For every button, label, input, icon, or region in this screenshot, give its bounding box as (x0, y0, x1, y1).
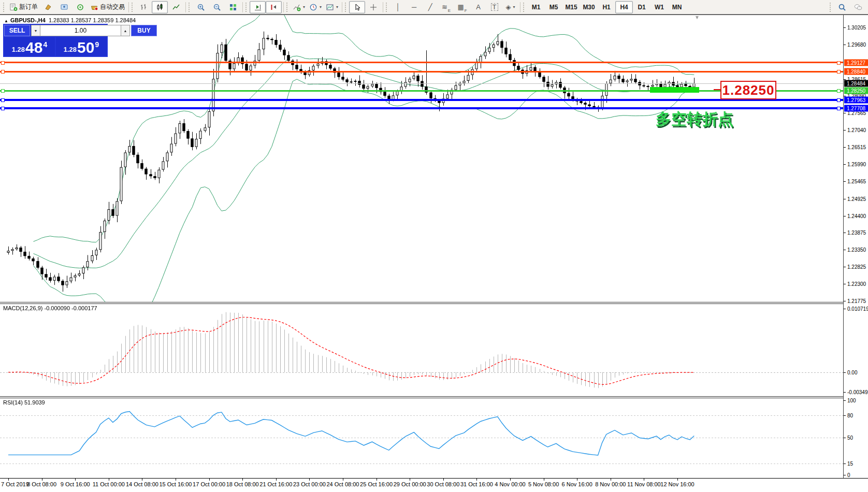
rsi-pane-canvas[interactable] (0, 398, 843, 478)
cursor-group (344, 1, 381, 13)
support-line-2-right-handle[interactable] (837, 107, 841, 110)
sell-button[interactable]: SELL (4, 25, 30, 36)
candlestick-button[interactable] (152, 1, 168, 13)
toolbar-grip[interactable] (386, 3, 388, 12)
volume-down-button[interactable]: ▼ (31, 25, 40, 36)
support-line-1[interactable] (0, 99, 843, 101)
resistance-line-2-right-handle[interactable] (837, 70, 841, 74)
toolbar-grip[interactable] (345, 3, 347, 12)
trendline-button[interactable]: ╱ (422, 1, 438, 13)
toolbar-grip[interactable] (132, 3, 134, 12)
resistance-line-2[interactable] (0, 71, 843, 73)
time-axis-label: 8 Nov 00:00 (595, 481, 626, 487)
chevron-down-icon[interactable]: ▾ (336, 5, 338, 9)
price-tick-label: 1.23350 (847, 247, 866, 253)
navigator-button[interactable] (72, 1, 88, 13)
price-tick-mark (844, 250, 846, 250)
volume-input[interactable] (40, 25, 121, 36)
chat-button[interactable] (850, 1, 866, 13)
support-line-2-left-handle[interactable] (1, 107, 5, 110)
equidistant-channel-button[interactable]: ≋E (438, 1, 454, 13)
volume-up-button[interactable]: ▲ (121, 25, 130, 36)
chevron-down-icon[interactable]: ▾ (320, 5, 322, 9)
timeframe-m5-button[interactable]: M5 (545, 1, 562, 13)
resistance-line-1[interactable] (0, 62, 843, 63)
timeframe-h4-button[interactable]: H4 (615, 1, 633, 13)
periods-button[interactable]: ▾ (307, 1, 324, 13)
arrows-button[interactable]: ◈▾ (502, 1, 518, 13)
crosshair-button[interactable] (365, 1, 381, 13)
support-line-1-right-handle[interactable] (837, 98, 841, 102)
profiles-button[interactable] (56, 1, 72, 13)
charts-button[interactable] (40, 1, 56, 13)
zoom-in-button[interactable] (193, 1, 209, 13)
zoom-out-button[interactable] (209, 1, 225, 13)
sell-price-big: 48 (25, 40, 42, 55)
toolbar-grip[interactable] (245, 3, 248, 12)
pivot-line-right-handle[interactable] (837, 89, 841, 93)
resistance-line-1-left-handle[interactable] (1, 61, 5, 65)
time-axis-label: 29 Oct 00:00 (394, 481, 426, 487)
sell-price[interactable]: 1.28484 (4, 37, 55, 56)
search-button[interactable] (834, 1, 850, 13)
sell-price-prefix: 1.28 (12, 46, 25, 53)
buy-price-pip: 9 (95, 40, 99, 49)
chevron-down-icon[interactable]: ▾ (303, 5, 305, 9)
toolbar-grip[interactable] (286, 3, 288, 12)
candlestick-icon (156, 3, 164, 11)
fibonacci-button[interactable]: ▦F (454, 1, 470, 13)
timeframe-m1-button[interactable]: M1 (527, 1, 545, 13)
autotrading-button[interactable]: 自动交易 (88, 1, 127, 13)
pivot-line-left-handle[interactable] (1, 89, 5, 93)
price-tick-label: 1.21775 (847, 298, 866, 304)
price-tick-label: 1.24925 (847, 196, 866, 201)
symbol-header: ▲GBPUSD-,H4 1.28383 1.28537 1.28359 1.28… (4, 17, 136, 23)
auto-scroll-button[interactable] (250, 1, 266, 13)
macd-pane-canvas[interactable] (0, 304, 843, 396)
new-order-button[interactable]: 新订单 (7, 1, 40, 13)
resistance-line-2-left-handle[interactable] (1, 70, 5, 74)
indicators-button[interactable]: ▾ (291, 1, 307, 13)
templates-button[interactable]: ▾ (324, 1, 340, 13)
tile-windows-button[interactable] (225, 1, 241, 13)
vertical-line-button[interactable]: │ (390, 1, 406, 13)
cursor-button[interactable] (349, 1, 365, 13)
horizontal-line-button[interactable]: ─ (406, 1, 422, 13)
chart-shift-button[interactable] (266, 1, 282, 13)
turning-point-annotation[interactable]: 多空转折点 (656, 109, 733, 130)
buy-button[interactable]: BUY (131, 25, 157, 36)
timeframe-m15-button[interactable]: M15 (562, 1, 580, 13)
time-tick-mark (677, 479, 678, 481)
price-tag-label[interactable]: 1.28250 (720, 81, 776, 99)
chevron-down-icon[interactable]: ▾ (513, 5, 515, 9)
price-chart-canvas[interactable] (0, 15, 843, 302)
toolbar-grip[interactable] (189, 3, 191, 12)
support-line-1-left-handle[interactable] (1, 98, 5, 102)
resistance-line-1-right-handle[interactable] (837, 61, 841, 65)
label-icon: T (491, 3, 498, 11)
toolbar-grip[interactable] (523, 3, 525, 12)
timeframe-h1-button[interactable]: H1 (598, 1, 615, 13)
time-tick-mark (242, 479, 243, 481)
toolbar-grip[interactable] (3, 3, 5, 12)
rsi-pane-divider[interactable] (0, 396, 868, 398)
bar-chart-button[interactable] (136, 1, 152, 13)
timeframe-d1-button[interactable]: D1 (633, 1, 650, 13)
timeframe-mn-button[interactable]: MN (668, 1, 686, 13)
macd-pane-divider[interactable] (0, 302, 868, 304)
label-button[interactable]: T (486, 1, 502, 13)
line-chart-button[interactable] (168, 1, 184, 13)
toolbar-grip[interactable] (830, 3, 832, 12)
price-tick-label: 1.22300 (847, 281, 866, 287)
collapse-panel-icon[interactable]: ▲ (4, 19, 8, 23)
timeframe-m30-button[interactable]: M30 (580, 1, 598, 13)
bar-high-value: 1.28537 (71, 17, 92, 23)
pivot-highlight-box[interactable] (650, 87, 699, 93)
pivot-line[interactable] (0, 90, 843, 92)
timeframe-w1-button[interactable]: W1 (650, 1, 668, 13)
autotrading-label: 自动交易 (100, 3, 125, 11)
buy-price[interactable]: 1.28509 (56, 37, 107, 56)
chart-shift-marker-icon[interactable]: ▼ (695, 15, 700, 20)
text-button[interactable]: A (470, 1, 486, 13)
time-axis-label: 12 Nov 16:00 (660, 481, 694, 487)
